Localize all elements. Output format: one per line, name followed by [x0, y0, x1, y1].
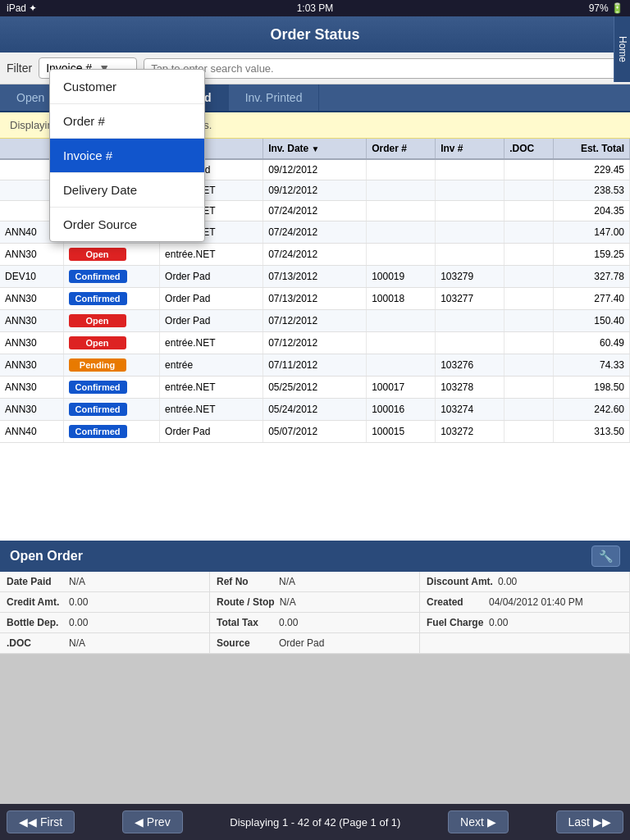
- cell-status: Confirmed: [63, 377, 160, 399]
- cell-inv-date: 05/25/2012: [263, 377, 367, 399]
- cell-order-no: [367, 332, 436, 354]
- filter-label: Filter: [7, 62, 32, 75]
- cell-doc: [504, 421, 554, 443]
- first-button[interactable]: ◀◀ First: [7, 810, 75, 833]
- cell-inv-no: [436, 180, 504, 201]
- detail-value: 0.00: [279, 617, 298, 628]
- detail-value: N/A: [69, 576, 85, 587]
- status-badge: Pending: [69, 358, 126, 372]
- cell-est-total: 60.49: [554, 332, 630, 354]
- col-doc: .DOC: [504, 139, 554, 159]
- cell-doc: [504, 221, 554, 244]
- table-row[interactable]: ANN30 Open Order Pad 07/12/2012 150.40: [0, 310, 630, 332]
- cell-customer: ANN30: [0, 288, 63, 310]
- cell-est-total: 238.53: [554, 180, 630, 201]
- cell-source: entrée.NET: [160, 399, 263, 421]
- table-row[interactable]: ANN30 Confirmed Order Pad 07/13/2012 100…: [0, 288, 630, 310]
- next-button[interactable]: Next ▶: [448, 810, 509, 833]
- cell-order-no: 100015: [367, 421, 436, 443]
- col-est-total: Est. Total: [554, 139, 630, 159]
- cell-inv-date: 09/12/2012: [263, 159, 367, 180]
- status-badge: Open: [69, 248, 126, 261]
- table-row[interactable]: ANN40 Confirmed Order Pad 05/07/2012 100…: [0, 421, 630, 443]
- cell-customer: ANN30: [0, 399, 63, 421]
- status-badge: Confirmed: [69, 403, 127, 416]
- first-left-arrows-icon: ◀◀: [19, 815, 37, 829]
- page-header: Order Status: [0, 16, 630, 52]
- dropdown-item-customer[interactable]: Customer: [50, 70, 204, 104]
- last-button[interactable]: Last ▶▶: [556, 810, 623, 833]
- detail-label: Fuel Charge: [427, 617, 484, 628]
- detail-value: 0.00: [69, 596, 88, 608]
- cell-doc: [504, 377, 554, 399]
- cell-customer: ANN30: [0, 332, 63, 354]
- cell-source: entrée.NET: [160, 377, 263, 399]
- status-badge: Confirmed: [69, 425, 127, 438]
- bottom-panel-title: Open Order: [10, 549, 83, 564]
- dropdown-item-invoice[interactable]: Invoice #: [50, 139, 204, 173]
- table-row[interactable]: ANN30 Pending entrée 07/11/2012 103276 7…: [0, 354, 630, 377]
- table-row[interactable]: ANN30 Open entrée.NET 07/24/2012 159.25: [0, 244, 630, 266]
- detail-value: 0.00: [489, 617, 508, 628]
- cell-inv-date: 05/07/2012: [263, 421, 367, 443]
- cell-source: Order Pad: [160, 266, 263, 288]
- dropdown-item-source[interactable]: Order Source: [50, 208, 204, 241]
- cell-order-no: [367, 310, 436, 332]
- search-input[interactable]: [144, 58, 623, 79]
- detail-value: 0.00: [69, 617, 88, 628]
- cell-doc: [504, 244, 554, 266]
- cell-inv-date: 07/13/2012: [263, 288, 367, 310]
- col-order-no: Order #: [367, 139, 436, 159]
- cell-source: entrée.NET: [160, 332, 263, 354]
- filter-dropdown: CustomerOrder #Invoice #Delivery DateOrd…: [49, 69, 205, 242]
- table-row[interactable]: ANN30 Confirmed entrée.NET 05/25/2012 10…: [0, 377, 630, 399]
- detail-label: Discount Amt.: [427, 576, 493, 587]
- wrench-button[interactable]: 🔧: [591, 546, 620, 567]
- cell-inv-no: 103274: [436, 399, 504, 421]
- table-row[interactable]: ANN30 Confirmed entrée.NET 05/24/2012 10…: [0, 399, 630, 421]
- tab-inv-printed[interactable]: Inv. Printed: [229, 84, 320, 111]
- detail-label: .DOC: [7, 637, 64, 649]
- cell-inv-no: [436, 221, 504, 244]
- cell-inv-date: 07/13/2012: [263, 266, 367, 288]
- detail-cell: Fuel Charge0.00: [420, 613, 630, 633]
- cell-status: Open: [63, 244, 160, 266]
- col-inv-date[interactable]: Inv. Date ▼: [263, 139, 367, 159]
- cell-order-no: [367, 221, 436, 244]
- cell-status: Confirmed: [63, 421, 160, 443]
- detail-cell: [420, 633, 630, 654]
- status-badge: Open: [69, 314, 126, 327]
- detail-cell: Route / StopN/A: [210, 592, 420, 613]
- page-info: Displaying 1 - 42 of 42 (Page 1 of 1): [230, 816, 400, 829]
- dropdown-item-order[interactable]: Order #: [50, 104, 204, 139]
- detail-grid: Date PaidN/ARef NoN/ADiscount Amt.0.00Cr…: [0, 572, 630, 655]
- dropdown-item-delivery[interactable]: Delivery Date: [50, 173, 204, 208]
- detail-cell: Total Tax0.00: [210, 613, 420, 633]
- detail-label: Created: [427, 596, 484, 608]
- cell-inv-date: 07/12/2012: [263, 310, 367, 332]
- home-tab[interactable]: Home: [614, 16, 630, 82]
- table-row[interactable]: ANN30 Open entrée.NET 07/12/2012 60.49: [0, 332, 630, 354]
- cell-source: Order Pad: [160, 421, 263, 443]
- prev-button[interactable]: ◀ Prev: [122, 810, 183, 833]
- cell-order-no: [367, 354, 436, 377]
- table-row[interactable]: DEV10 Confirmed Order Pad 07/13/2012 100…: [0, 266, 630, 288]
- cell-status: Confirmed: [63, 266, 160, 288]
- cell-customer: ANN30: [0, 244, 63, 266]
- last-right-arrows-icon: ▶▶: [593, 815, 611, 829]
- col-inv-no: Inv #: [436, 139, 504, 159]
- cell-doc: [504, 288, 554, 310]
- detail-cell: Discount Amt.0.00: [420, 572, 630, 592]
- cell-inv-date: 07/24/2012: [263, 221, 367, 244]
- cell-doc: [504, 399, 554, 421]
- cell-order-no: [367, 244, 436, 266]
- cell-status: Pending: [63, 354, 160, 377]
- detail-value: Order Pad: [279, 637, 324, 649]
- detail-label: Date Paid: [7, 576, 64, 587]
- cell-customer: DEV10: [0, 266, 63, 288]
- cell-inv-date: 07/12/2012: [263, 332, 367, 354]
- cell-inv-no: 103276: [436, 354, 504, 377]
- detail-label: Source: [217, 637, 274, 649]
- cell-inv-no: 103278: [436, 377, 504, 399]
- status-bar: iPad ✦ 1:03 PM 97% 🔋: [0, 0, 630, 16]
